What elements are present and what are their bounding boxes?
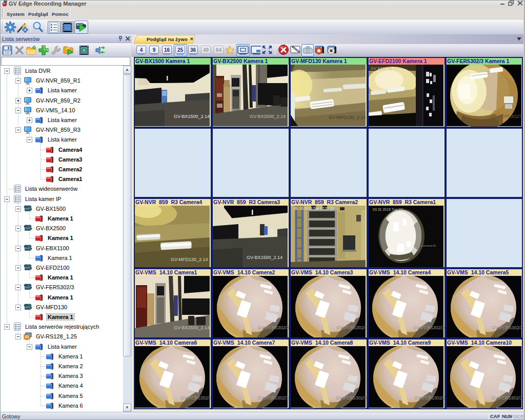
svg-text:03 31 2015 Tue 07: 03 31 2015 Tue 07 bbox=[373, 208, 402, 211]
svg-text:03-31-2015 Tue 07:27:20: 03-31-2015 Tue 07:27:20 bbox=[294, 207, 334, 210]
svg-text:GV-BX1500_2.14: GV-BX1500_2.14 bbox=[174, 114, 210, 119]
svg-text:GV-FER5302/3: GV-FER5302/3 bbox=[414, 395, 445, 401]
svg-text:Camera #1: Camera #1 bbox=[421, 244, 436, 247]
svg-text:GV-MFD130_2.14: GV-MFD130_2.14 bbox=[171, 257, 208, 262]
svg-text:GV-FER5302/3: GV-FER5302/3 bbox=[180, 395, 211, 401]
svg-text:GV-BX1500_2.14: GV-BX1500_2.14 bbox=[247, 255, 282, 260]
svg-text:GV-MFD130_2.14: GV-MFD130_2.14 bbox=[329, 115, 366, 120]
svg-text:GV-FER5302/3: GV-FER5302/3 bbox=[491, 395, 522, 401]
svg-text:GV-FER5302/3: GV-FER5302/3 bbox=[258, 325, 289, 330]
svg-text:GV-FER5302/3: GV-FER5302/3 bbox=[413, 325, 445, 330]
svg-text:GV-FER5302/3: GV-FER5302/3 bbox=[491, 114, 522, 119]
svg-text:GV-FER5302/3: GV-FER5302/3 bbox=[336, 325, 367, 330]
svg-text:GV-BX2500_2.14: GV-BX2500_2.14 bbox=[174, 325, 210, 330]
svg-text:GV EFD: 11: GV EFD: 11 bbox=[371, 66, 393, 71]
svg-text:GV-BX2500_2.14: GV-BX2500_2.14 bbox=[250, 114, 286, 119]
svg-text:GV-FER5302/3: GV-FER5302/3 bbox=[336, 395, 367, 401]
svg-text:GV-FER5302/3: GV-FER5302/3 bbox=[492, 325, 522, 330]
svg-text:GV-FER5302/3: GV-FER5302/3 bbox=[257, 395, 289, 401]
